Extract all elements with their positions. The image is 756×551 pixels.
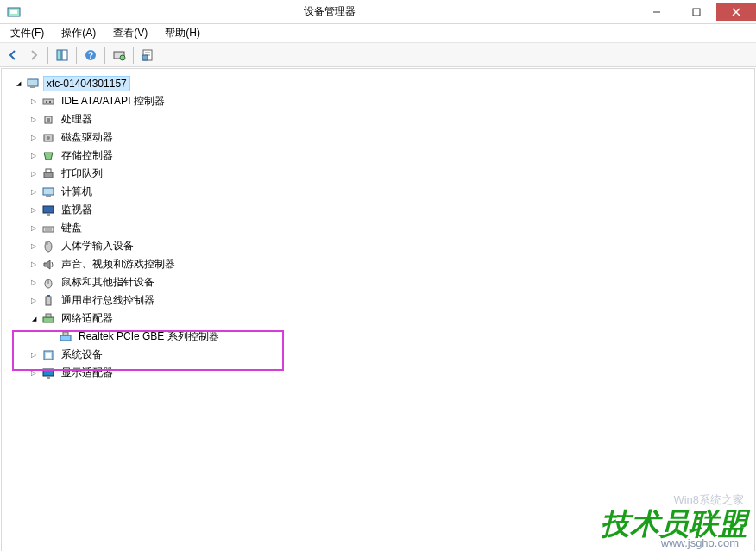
svg-rect-31 (43, 227, 54, 232)
tree-node-label: 存储控制器 (59, 147, 116, 164)
expander-icon[interactable] (28, 259, 40, 271)
printer-icon (41, 167, 55, 181)
expander-icon[interactable] (28, 132, 40, 144)
titlebar: 设备管理器 (0, 0, 756, 24)
system-icon (41, 348, 55, 362)
tree-node-network-child[interactable]: Realtek PCIe GBE 系列控制器 (5, 328, 751, 346)
svg-rect-42 (60, 335, 71, 341)
tree-node[interactable]: 打印队列 (5, 165, 751, 183)
expander-icon[interactable] (28, 168, 40, 180)
forward-button[interactable] (24, 46, 43, 65)
keyboard-icon (41, 222, 55, 235)
tree-node[interactable]: 通用串行总线控制器 (5, 291, 751, 310)
toolbar: ? (0, 43, 756, 67)
tree-node[interactable]: 存储控制器 (5, 147, 751, 165)
svg-point-19 (46, 101, 47, 103)
mouse-icon (41, 276, 55, 290)
tree-node-label: 网络适配器 (59, 310, 116, 327)
tree-node[interactable]: 声音、视频和游戏控制器 (5, 255, 751, 273)
storage-icon (41, 149, 55, 163)
expander-icon[interactable] (28, 241, 40, 253)
menubar: 文件(F) 操作(A) 查看(V) 帮助(H) (0, 24, 756, 43)
computer-icon (41, 185, 55, 199)
menu-file[interactable]: 文件(F) (7, 24, 47, 42)
tree-node-label: 键盘 (59, 220, 85, 236)
tree-node-label: 监视器 (59, 202, 95, 218)
network-icon (41, 312, 55, 326)
expander-icon[interactable] (28, 349, 40, 361)
toolbar-separator (76, 47, 77, 64)
hid-icon (41, 240, 55, 254)
toolbar-separator (104, 47, 105, 64)
expander-icon[interactable] (28, 222, 40, 235)
svg-rect-39 (47, 295, 50, 297)
expander-icon[interactable] (28, 367, 40, 379)
menu-action[interactable]: 操作(A) (58, 24, 99, 42)
tree-node-label: 鼠标和其他指针设备 (59, 274, 157, 291)
expander-icon[interactable] (28, 114, 40, 126)
minimize-button[interactable] (637, 3, 677, 21)
scan-hardware-button[interactable] (110, 46, 129, 65)
svg-rect-28 (46, 195, 51, 197)
svg-rect-17 (30, 86, 35, 88)
svg-rect-25 (44, 172, 53, 178)
tree-root-node[interactable]: xtc-01404301157 (5, 74, 751, 92)
tree-node[interactable]: 监视器 (5, 201, 751, 219)
tree-node[interactable]: 显示适配器 (5, 364, 751, 382)
menu-view[interactable]: 查看(V) (110, 24, 151, 42)
sound-icon (41, 258, 55, 272)
svg-rect-43 (63, 332, 68, 335)
svg-rect-47 (47, 377, 50, 379)
help-button[interactable]: ? (81, 46, 100, 65)
svg-point-24 (47, 136, 50, 140)
tree-node-label: 通用串行总线控制器 (59, 292, 157, 309)
expander-icon[interactable] (28, 96, 40, 108)
expander-icon[interactable] (28, 277, 40, 289)
svg-rect-1 (10, 10, 17, 14)
svg-rect-29 (43, 206, 54, 213)
close-button[interactable] (716, 3, 756, 21)
back-button[interactable] (3, 46, 22, 65)
app-icon (5, 3, 22, 21)
tree-root-label: xtc-01404301157 (43, 76, 130, 91)
tree-node-label: 人体学输入设备 (59, 238, 136, 254)
expander-icon[interactable] (28, 186, 40, 198)
usb-icon (41, 294, 55, 308)
tree-node[interactable]: 磁盘驱动器 (5, 128, 751, 147)
show-hide-tree-button[interactable] (53, 46, 72, 65)
svg-rect-16 (28, 79, 38, 86)
tree-node-label: 显示适配器 (59, 365, 116, 381)
tree-node-label: 声音、视频和游戏控制器 (59, 256, 178, 272)
expander-icon[interactable] (28, 204, 40, 216)
maximize-button[interactable] (677, 3, 716, 21)
tree-node-network[interactable]: 网络适配器 (5, 310, 751, 328)
tree-node[interactable]: 人体学输入设备 (5, 237, 751, 255)
tree-node[interactable]: 计算机 (5, 183, 751, 201)
tree-view[interactable]: xtc-01404301157 IDE ATA/ATAPI 控制器处理器磁盘驱动… (1, 68, 755, 551)
svg-rect-6 (57, 50, 61, 60)
toolbar-separator (133, 47, 134, 64)
tree-node-label: 系统设备 (59, 347, 105, 363)
ide-icon (41, 95, 55, 109)
tree-node[interactable]: 鼠标和其他指针设备 (5, 273, 751, 291)
tree-node[interactable]: 处理器 (5, 110, 751, 128)
properties-button[interactable] (138, 46, 157, 65)
svg-rect-38 (46, 297, 51, 305)
expander-icon[interactable] (28, 295, 40, 307)
expander-icon[interactable] (12, 78, 24, 90)
tree-node[interactable]: 键盘 (5, 219, 751, 237)
svg-rect-40 (43, 317, 54, 322)
tree-node-label: Realtek PCIe GBE 系列控制器 (76, 329, 222, 345)
svg-rect-26 (46, 169, 51, 172)
svg-point-11 (120, 55, 125, 60)
expander-icon[interactable] (28, 313, 40, 325)
expander-icon[interactable] (28, 150, 40, 162)
svg-rect-15 (142, 55, 148, 60)
svg-point-35 (45, 241, 48, 245)
tree-node[interactable]: IDE ATA/ATAPI 控制器 (5, 92, 751, 110)
menu-help[interactable]: 帮助(H) (161, 24, 204, 42)
svg-text:?: ? (88, 51, 93, 60)
tree-node-label: IDE ATA/ATAPI 控制器 (59, 93, 167, 110)
tree-node[interactable]: 系统设备 (5, 346, 751, 364)
svg-rect-45 (46, 353, 51, 358)
